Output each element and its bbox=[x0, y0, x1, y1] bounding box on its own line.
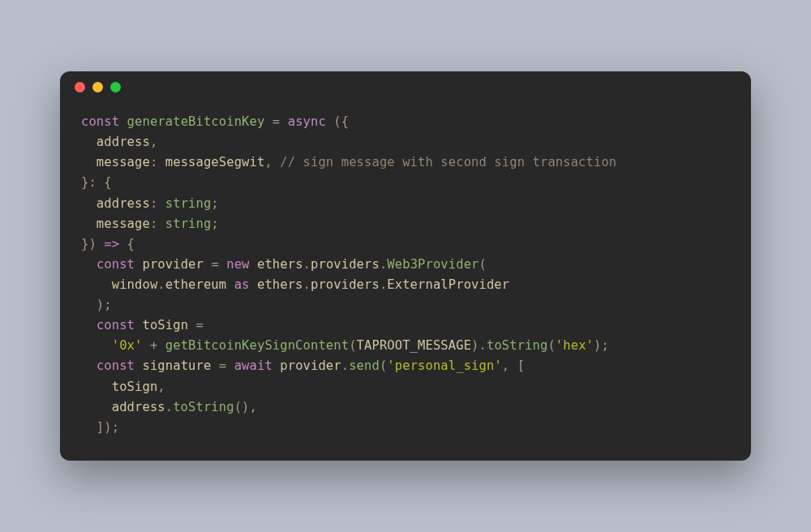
code-token: // sign message with second sign transac… bbox=[280, 155, 616, 169]
code-line: const provider = new ethers.providers.We… bbox=[81, 255, 730, 275]
code-token: => bbox=[104, 237, 119, 251]
code-token: , bbox=[150, 135, 157, 149]
code-line: '0x' + getBitcoinKeySignContent(TAPROOT_… bbox=[81, 336, 730, 356]
code-token: . bbox=[303, 277, 311, 292]
code-token: toString bbox=[173, 400, 234, 414]
code-token: + bbox=[150, 338, 165, 353]
code-token: . bbox=[303, 257, 311, 272]
code-token: getBitcoinKeySignContent bbox=[165, 338, 349, 353]
code-token bbox=[81, 358, 97, 373]
code-token: }: { bbox=[81, 175, 112, 190]
code-token: address bbox=[81, 400, 165, 414]
code-token: , bbox=[157, 380, 165, 394]
code-token: ( bbox=[380, 358, 387, 373]
minimize-icon[interactable] bbox=[92, 82, 103, 92]
code-line: address: string; bbox=[81, 194, 730, 214]
code-token: message bbox=[81, 155, 150, 169]
code-token: TAPROOT_MESSAGE bbox=[357, 338, 471, 353]
code-token bbox=[326, 114, 333, 129]
code-token bbox=[280, 114, 287, 129]
code-line: ]); bbox=[81, 418, 730, 438]
code-token: new bbox=[226, 257, 249, 272]
code-token: providers bbox=[311, 277, 380, 292]
code-token: async bbox=[288, 114, 326, 129]
code-token: ( bbox=[547, 338, 555, 353]
code-token: , bbox=[264, 155, 280, 169]
code-token: address bbox=[81, 135, 150, 149]
code-token: = bbox=[211, 257, 226, 272]
code-token bbox=[264, 114, 272, 129]
code-token: , [ bbox=[502, 358, 525, 373]
code-line: message: string; bbox=[81, 214, 730, 234]
code-token: ethereum bbox=[165, 277, 234, 292]
code-token: send bbox=[349, 358, 380, 373]
code-token: messageSegwit bbox=[165, 155, 265, 169]
titlebar bbox=[60, 71, 751, 102]
code-token: signature bbox=[135, 358, 219, 373]
code-token: string bbox=[165, 196, 212, 211]
code-line: address, bbox=[81, 132, 730, 152]
code-token: ). bbox=[471, 338, 487, 353]
code-token: 'personal_sign' bbox=[387, 358, 501, 373]
code-token: : bbox=[150, 196, 165, 211]
code-token: . bbox=[165, 400, 173, 414]
code-line: }) => { bbox=[81, 234, 730, 255]
code-token: }) bbox=[81, 237, 104, 251]
code-token: 'hex' bbox=[556, 338, 594, 353]
code-token: '0x' bbox=[112, 338, 143, 353]
code-token: provider bbox=[272, 358, 341, 373]
code-token: . bbox=[341, 358, 349, 373]
code-token: ethers bbox=[250, 277, 303, 292]
code-token: . bbox=[380, 277, 387, 292]
code-line: }: { bbox=[81, 173, 730, 193]
code-token: toString bbox=[487, 338, 547, 353]
code-line: const toSign = bbox=[81, 315, 730, 336]
code-line: window.ethereum as ethers.providers.Exte… bbox=[81, 275, 730, 295]
code-line: ); bbox=[81, 295, 730, 315]
code-area: const generateBitcoinKey = async ({ addr… bbox=[60, 102, 751, 461]
close-icon[interactable] bbox=[75, 82, 85, 92]
zoom-icon[interactable] bbox=[110, 82, 121, 92]
code-token: await bbox=[234, 358, 272, 373]
code-token: . bbox=[157, 277, 165, 292]
code-token: (), bbox=[234, 400, 257, 414]
code-token: const bbox=[97, 257, 135, 272]
code-token: generateBitcoinKey bbox=[127, 114, 265, 129]
code-token: Web3Provider bbox=[387, 257, 478, 272]
code-token bbox=[119, 114, 127, 129]
code-token: provider bbox=[135, 257, 211, 272]
code-line: message: messageSegwit, // sign message … bbox=[81, 152, 730, 173]
code-token: const bbox=[81, 114, 119, 129]
code-token: address bbox=[81, 196, 150, 211]
code-token bbox=[142, 338, 149, 353]
code-line: const signature = await provider.send('p… bbox=[81, 356, 730, 376]
code-token: providers bbox=[311, 257, 380, 272]
code-token: ; bbox=[211, 217, 218, 231]
code-token bbox=[81, 257, 97, 272]
code-token: = bbox=[272, 114, 280, 129]
code-token: const bbox=[97, 318, 135, 332]
code-token: window bbox=[81, 277, 157, 292]
code-token: ); bbox=[594, 338, 609, 353]
code-line: const generateBitcoinKey = async ({ bbox=[81, 112, 730, 132]
code-line: toSign, bbox=[81, 377, 730, 397]
code-token: : bbox=[150, 217, 165, 231]
code-token: message bbox=[81, 217, 150, 231]
code-token: ethers bbox=[250, 257, 303, 272]
code-window: const generateBitcoinKey = async ({ addr… bbox=[60, 71, 751, 461]
code-token bbox=[81, 318, 97, 332]
code-token: ; bbox=[211, 196, 218, 211]
code-token: = bbox=[196, 318, 204, 332]
code-token bbox=[81, 338, 112, 353]
code-token: toSign bbox=[81, 380, 157, 394]
code-token: ( bbox=[349, 338, 356, 353]
code-token: : bbox=[150, 155, 165, 169]
code-token: ExternalProvider bbox=[387, 277, 509, 292]
code-token: . bbox=[380, 257, 387, 272]
code-token: toSign bbox=[135, 318, 195, 332]
code-token: const bbox=[97, 358, 135, 373]
code-line: address.toString(), bbox=[81, 397, 730, 418]
code-token: ({ bbox=[333, 114, 349, 129]
code-token: as bbox=[234, 277, 250, 292]
code-token: { bbox=[119, 237, 135, 251]
